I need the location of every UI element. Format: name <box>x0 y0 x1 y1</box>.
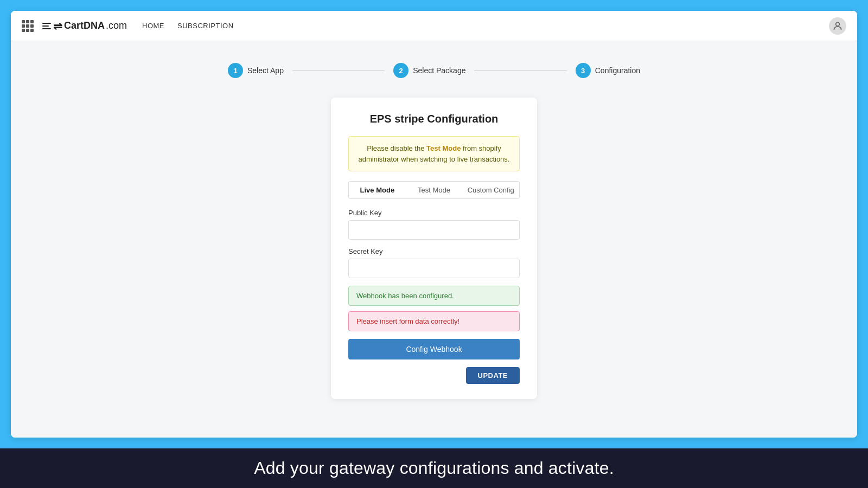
warning-banner: Please disable the Test Mode from shopif… <box>348 136 520 171</box>
warning-highlight: Test Mode <box>426 144 461 152</box>
warning-text-1: Please disable the <box>367 144 426 152</box>
step-1-circle: 1 <box>228 63 243 78</box>
brand-name: CartDNA <box>64 20 105 31</box>
config-webhook-button[interactable]: Config Webhook <box>348 339 520 359</box>
grid-icon[interactable] <box>22 20 34 32</box>
secret-key-label: Secret Key <box>348 247 520 255</box>
public-key-field-group: Public Key <box>348 209 520 247</box>
step-line-1 <box>292 70 385 71</box>
logo-lines-icon <box>42 23 51 29</box>
browser-frame: ⇌ CartDNA .com HOME SUBSCRIPTION 1 Selec… <box>11 11 857 438</box>
main-content: 1 Select App 2 Select Package 3 Configur… <box>11 41 857 438</box>
avatar[interactable] <box>829 17 846 35</box>
mode-tabs: Live Mode Test Mode Custom Config <box>348 181 520 199</box>
success-message: Webhook has been configured. <box>348 286 520 306</box>
logo: ⇌ CartDNA .com <box>42 20 127 33</box>
public-key-label: Public Key <box>348 209 520 217</box>
nav-links: HOME SUBSCRIPTION <box>142 22 234 30</box>
step-line-2 <box>474 70 566 71</box>
bottom-caption: Add your gateway configurations and acti… <box>0 448 868 488</box>
cart-icon: ⇌ <box>53 20 62 33</box>
navbar: ⇌ CartDNA .com HOME SUBSCRIPTION <box>11 11 857 41</box>
nav-subscription[interactable]: SUBSCRIPTION <box>177 22 234 30</box>
step-3: 3 Configuration <box>576 63 640 78</box>
stepper: 1 Select App 2 Select Package 3 Configur… <box>228 63 640 78</box>
secret-key-field-group: Secret Key <box>348 247 520 286</box>
step-1-label: Select App <box>247 66 284 75</box>
configuration-card: EPS stripe Configuration Please disable … <box>331 98 537 399</box>
step-2-label: Select Package <box>413 66 465 75</box>
nav-home[interactable]: HOME <box>142 22 164 30</box>
update-button[interactable]: UPDATE <box>466 367 520 384</box>
tab-live-mode[interactable]: Live Mode <box>349 182 406 198</box>
step-3-circle: 3 <box>576 63 591 78</box>
step-3-label: Configuration <box>595 66 640 75</box>
step-1: 1 Select App <box>228 63 284 78</box>
warning-text-3: administrator when swtching to live tran… <box>359 155 510 163</box>
public-key-input[interactable] <box>348 220 520 240</box>
tab-test-mode[interactable]: Test Mode <box>406 182 463 198</box>
step-2-circle: 2 <box>393 63 409 78</box>
brand-domain: .com <box>106 20 127 31</box>
svg-point-0 <box>836 22 840 26</box>
step-2: 2 Select Package <box>393 63 465 78</box>
button-row: UPDATE <box>348 367 520 384</box>
warning-text-2: from shopify <box>461 144 501 152</box>
secret-key-input[interactable] <box>348 259 520 278</box>
tab-custom-config[interactable]: Custom Config <box>462 182 519 198</box>
card-title: EPS stripe Configuration <box>348 113 520 125</box>
error-message: Please insert form data correctly! <box>348 311 520 331</box>
